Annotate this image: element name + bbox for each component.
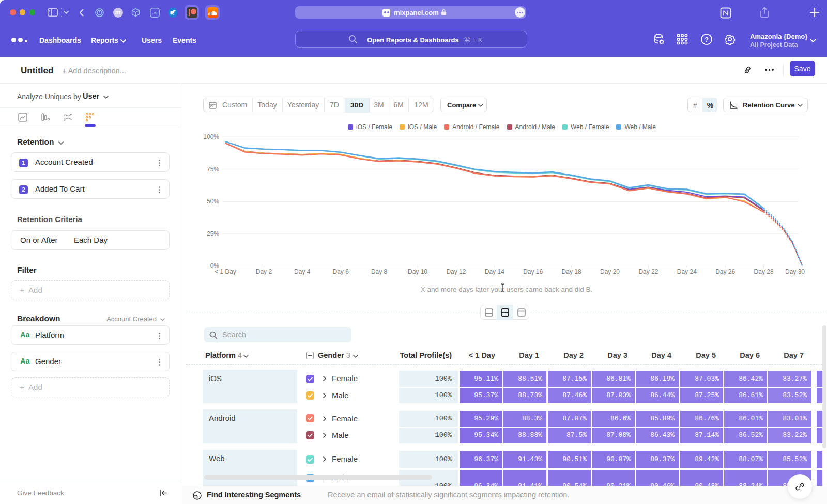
svg-text:Day 22: Day 22 bbox=[638, 268, 658, 275]
svg-text:50%: 50% bbox=[207, 198, 219, 205]
svg-text:Day 12: Day 12 bbox=[446, 268, 466, 275]
svg-text:Day 6: Day 6 bbox=[333, 268, 349, 275]
svg-text:Day 10: Day 10 bbox=[408, 268, 427, 275]
svg-text:75%: 75% bbox=[207, 166, 219, 173]
svg-text:Day 20: Day 20 bbox=[600, 268, 620, 275]
svg-text:25%: 25% bbox=[207, 230, 219, 238]
svg-text:?: ? bbox=[705, 36, 709, 43]
svg-text:Day 18: Day 18 bbox=[562, 268, 581, 275]
svg-text:Day 14: Day 14 bbox=[485, 268, 504, 275]
svg-text:JS: JS bbox=[152, 11, 157, 15]
svg-text:Day 28: Day 28 bbox=[754, 268, 774, 275]
svg-text:< 1 Day: < 1 Day bbox=[215, 268, 236, 275]
svg-text:Day 26: Day 26 bbox=[715, 268, 735, 275]
svg-text:Day 24: Day 24 bbox=[677, 268, 697, 275]
svg-text:Day 2: Day 2 bbox=[256, 268, 272, 275]
svg-text:Day 16: Day 16 bbox=[523, 268, 543, 275]
svg-text:Day 8: Day 8 bbox=[371, 268, 388, 275]
svg-text:Day 30: Day 30 bbox=[785, 268, 805, 275]
svg-text:Day 4: Day 4 bbox=[294, 268, 311, 275]
svg-text:100%: 100% bbox=[203, 133, 219, 140]
